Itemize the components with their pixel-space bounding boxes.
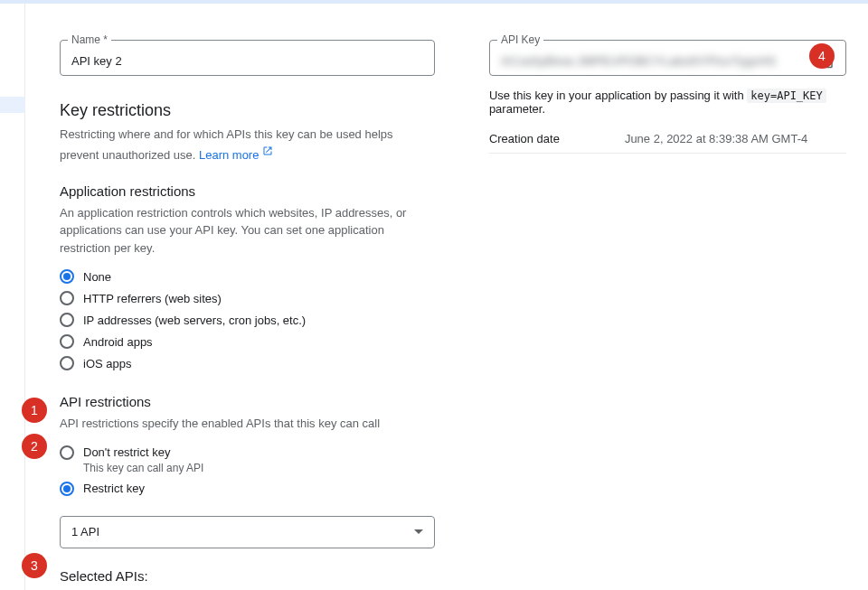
annotation-2: 2 xyxy=(22,434,47,459)
creation-date-row: Creation date June 2, 2022 at 8:39:38 AM… xyxy=(489,132,846,154)
app-restrictions-helper: An application restriction controls whic… xyxy=(60,204,435,258)
app-restriction-ios[interactable]: iOS apps xyxy=(60,352,435,374)
api-restriction-dont-sub: This key can call any API xyxy=(83,462,435,474)
api-key-help: Use this key in your application by pass… xyxy=(489,89,846,116)
radio-icon xyxy=(60,356,74,370)
annotation-4: 4 xyxy=(809,43,835,69)
creation-date-value: June 2, 2022 at 8:39:38 AM GMT-4 xyxy=(625,132,807,145)
external-link-icon xyxy=(262,144,273,162)
radio-icon xyxy=(60,334,74,349)
radio-label: None xyxy=(83,270,111,284)
app-restrictions-heading: Application restrictions xyxy=(60,183,435,199)
creation-date-label: Creation date xyxy=(489,132,625,145)
radio-label: IP addresses (web servers, cron jobs, et… xyxy=(83,314,306,327)
help-suffix: parameter. xyxy=(489,102,545,116)
radio-label: HTTP referrers (web sites) xyxy=(83,292,222,305)
radio-icon xyxy=(60,313,74,327)
key-restrictions-heading: Key restrictions xyxy=(60,101,435,120)
app-restriction-http[interactable]: HTTP referrers (web sites) xyxy=(60,287,435,309)
api-restrictions-radio-group: Don't restrict key This key can call any… xyxy=(60,442,435,500)
top-border xyxy=(0,0,868,4)
radio-label: Don't restrict key xyxy=(83,445,170,459)
app-restriction-none[interactable]: None xyxy=(60,266,435,287)
help-prefix: Use this key in your application by pass… xyxy=(489,89,747,102)
selected-apis-heading: Selected APIs: xyxy=(60,568,435,584)
api-restriction-restrict[interactable]: Restrict key xyxy=(60,478,435,500)
radio-icon xyxy=(60,291,74,305)
chevron-down-icon xyxy=(414,529,423,534)
radio-label: Android apps xyxy=(83,335,153,349)
learn-more-link[interactable]: Learn more xyxy=(199,147,259,161)
api-restrictions-helper: API restrictions specify the enabled API… xyxy=(60,415,435,433)
dropdown-value: 1 API xyxy=(71,525,99,538)
key-restrictions-helper: Restricting where and for which APIs thi… xyxy=(60,126,435,164)
api-dropdown[interactable]: 1 API xyxy=(60,516,435,548)
sidebar-stub xyxy=(0,4,25,590)
radio-icon xyxy=(60,482,74,496)
app-restriction-android[interactable]: Android apps xyxy=(60,331,435,352)
annotation-1: 1 xyxy=(22,398,47,423)
name-input[interactable] xyxy=(71,54,423,68)
radio-label: Restrict key xyxy=(83,482,145,495)
app-restrictions-radio-group: None HTTP referrers (web sites) IP addre… xyxy=(60,266,435,374)
api-key-label: API Key xyxy=(497,33,543,46)
api-key-field-wrap: API Key ACzaSyBtow.JMPEUPOBCYLaboNYPtsvT… xyxy=(489,40,846,76)
api-restrictions-heading: API restrictions xyxy=(60,394,435,409)
app-restriction-ip[interactable]: IP addresses (web servers, cron jobs, et… xyxy=(60,309,435,331)
radio-icon xyxy=(60,269,74,284)
api-restriction-dont[interactable]: Don't restrict key xyxy=(60,442,435,464)
radio-icon xyxy=(60,445,74,460)
help-code: key=API_KEY xyxy=(747,89,826,103)
name-label: Name * xyxy=(68,33,111,46)
sidebar-active-item[interactable] xyxy=(0,97,25,113)
name-field-wrap[interactable]: Name * xyxy=(60,40,435,76)
api-key-value-masked: ACzaSyBtow.JMPEUPOBCYLaboNYPtsvTygvHS xyxy=(501,54,811,68)
radio-label: iOS apps xyxy=(83,357,131,370)
annotation-3: 3 xyxy=(22,553,47,578)
